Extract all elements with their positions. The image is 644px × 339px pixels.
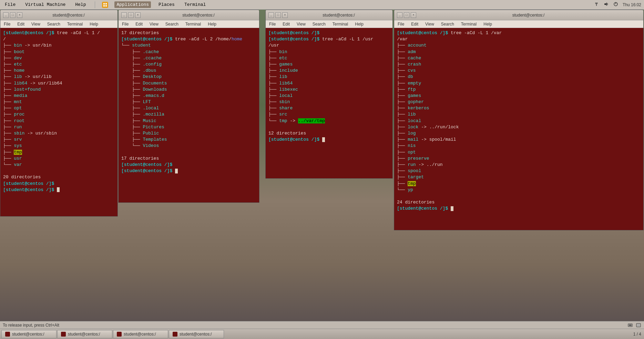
applications-icon (102, 2, 108, 8)
search-menuitem-4[interactable]: Search (439, 21, 456, 27)
terminal-window-2: _ □ × student@centos:/ File Edit View Se… (118, 10, 259, 203)
svg-rect-3 (105, 5, 107, 7)
help-menuitem-4[interactable]: Help (481, 21, 494, 27)
window-controls-1[interactable]: _ □ × (3, 12, 22, 18)
taskbar-page-indicator: 1 / 4 (633, 332, 641, 337)
file-menu[interactable]: File (3, 1, 18, 8)
terminal-menuitem-4[interactable]: Terminal (459, 21, 479, 27)
taskbar-icon-1 (5, 332, 10, 337)
power-icon (613, 1, 619, 8)
terminal-content-2[interactable]: 17 directories [student@centos /]$ tree … (119, 28, 259, 202)
terminal-window-3: _ □ × student@centos:/ File Edit View Se… (265, 10, 393, 179)
taskbar-item-2[interactable]: student@centos:/ (57, 330, 112, 338)
taskbar: student@centos:/ student@centos:/ studen… (0, 329, 644, 339)
edit-menuitem-3[interactable]: Edit (280, 21, 292, 27)
terminal-menuitem-2[interactable]: Terminal (183, 21, 203, 27)
virtual-machine-menu[interactable]: Virtual Machine (23, 1, 68, 8)
status-icon-1 (627, 322, 633, 328)
view-menuitem-2[interactable]: View (147, 21, 161, 27)
taskbar-label-3: student@centos:/ (124, 332, 156, 337)
search-menuitem-1[interactable]: Search (45, 21, 62, 27)
window-controls-2[interactable]: _ □ × (121, 12, 141, 18)
network-icon (594, 1, 599, 8)
minimize-btn-1[interactable]: _ (3, 12, 9, 18)
view-menuitem-3[interactable]: View (295, 21, 308, 27)
taskbar-icon-2 (61, 332, 66, 337)
title-2: student@centos:/ (141, 13, 256, 18)
applications-menu[interactable]: Applications (114, 1, 151, 8)
maximize-btn-3[interactable]: □ (275, 12, 281, 18)
file-menuitem-3[interactable]: File (267, 21, 278, 27)
window-controls-4[interactable]: _ □ × (397, 12, 416, 18)
menubar-4: File Edit View Search Terminal Help (394, 20, 643, 28)
edit-menuitem-2[interactable]: Edit (133, 21, 145, 27)
maximize-btn-2[interactable]: □ (128, 12, 134, 18)
close-btn-2[interactable]: × (135, 12, 141, 18)
title-4: student@centos:/ (416, 13, 641, 18)
clock: Thu 16:02 (623, 2, 641, 7)
taskbar-icon-4 (173, 332, 177, 337)
search-menuitem-3[interactable]: Search (310, 21, 328, 27)
status-icons (627, 322, 641, 328)
menubar-3: File Edit View Search Terminal Help (266, 20, 392, 28)
svg-rect-4 (595, 3, 598, 3)
title-1: student@centos:/ (22, 13, 115, 18)
terminal-content-4[interactable]: [student@centos /]$ tree -aCd -L 1 /var … (394, 28, 643, 230)
terminal-menuitem-1[interactable]: Terminal (65, 21, 85, 27)
close-btn-3[interactable]: × (282, 12, 288, 18)
terminal-window-1: _ □ × student@centos:/ File Edit View Se… (0, 10, 118, 217)
svg-rect-2 (103, 5, 105, 7)
terminal-menuitem-3[interactable]: Terminal (330, 21, 350, 27)
terminal-menu[interactable]: Terminal (182, 1, 208, 8)
minimize-btn-2[interactable]: _ (121, 12, 127, 18)
maximize-btn-1[interactable]: □ (10, 12, 16, 18)
minimize-btn-4[interactable]: _ (397, 12, 402, 18)
status-icon-2 (636, 322, 641, 328)
minimize-btn-3[interactable]: _ (268, 12, 274, 18)
view-menuitem-1[interactable]: View (29, 21, 42, 27)
titlebar-4: _ □ × student@centos:/ (394, 10, 643, 20)
help-menuitem-1[interactable]: Help (88, 21, 100, 27)
terminal-content-1[interactable]: [student@centos /]$ tree -aCd -L 1 / / ├… (0, 28, 117, 216)
svg-marker-7 (604, 2, 607, 6)
view-menuitem-4[interactable]: View (423, 21, 436, 27)
taskbar-item-1[interactable]: student@centos:/ (1, 330, 57, 338)
svg-rect-1 (105, 3, 107, 4)
file-menuitem-1[interactable]: File (2, 21, 12, 27)
status-message: To release input, press Ctrl+Alt (3, 323, 59, 328)
file-menuitem-4[interactable]: File (396, 21, 406, 27)
titlebar-3: _ □ × student@centos:/ (266, 10, 392, 20)
svg-rect-13 (637, 324, 640, 326)
taskbar-label-1: student@centos:/ (12, 332, 44, 337)
file-menuitem-2[interactable]: File (120, 21, 131, 27)
edit-menuitem-4[interactable]: Edit (409, 21, 420, 27)
maximize-btn-4[interactable]: □ (404, 12, 409, 18)
close-btn-1[interactable]: × (17, 12, 22, 18)
help-menuitem-3[interactable]: Help (353, 21, 366, 27)
help-menu[interactable]: Help (73, 1, 88, 8)
svg-rect-0 (103, 3, 105, 4)
titlebar-2: _ □ × student@centos:/ (119, 10, 259, 20)
window-controls-3[interactable]: _ □ × (268, 12, 288, 18)
search-menuitem-2[interactable]: Search (163, 21, 181, 27)
edit-menuitem-1[interactable]: Edit (15, 21, 27, 27)
close-btn-4[interactable]: × (411, 12, 416, 18)
volume-icon (603, 1, 609, 8)
desktop: _ □ × student@centos:/ File Edit View Se… (0, 10, 644, 329)
system-bar-right: Thu 16:02 (594, 1, 641, 8)
titlebar-1: _ □ × student@centos:/ (0, 10, 117, 20)
title-3: student@centos:/ (288, 13, 390, 18)
taskbar-label-4: student@centos:/ (180, 332, 212, 337)
status-bar: To release input, press Ctrl+Alt (0, 321, 644, 329)
terminal-content-3[interactable]: [student@centos /]$ [student@centos /]$ … (266, 28, 392, 178)
taskbar-item-3[interactable]: student@centos:/ (113, 330, 168, 338)
system-menubar: File Virtual Machine Help Applications P… (0, 0, 644, 10)
taskbar-label-2: student@centos:/ (68, 332, 100, 337)
terminal-window-4: _ □ × student@centos:/ File Edit View Se… (394, 10, 644, 230)
places-menu[interactable]: Places (156, 1, 177, 8)
menubar-1: File Edit View Search Terminal Help (0, 20, 117, 28)
taskbar-icon-3 (117, 332, 122, 337)
help-menuitem-2[interactable]: Help (206, 21, 218, 27)
svg-rect-5 (596, 4, 597, 4)
taskbar-item-4[interactable]: student@centos:/ (169, 330, 224, 338)
